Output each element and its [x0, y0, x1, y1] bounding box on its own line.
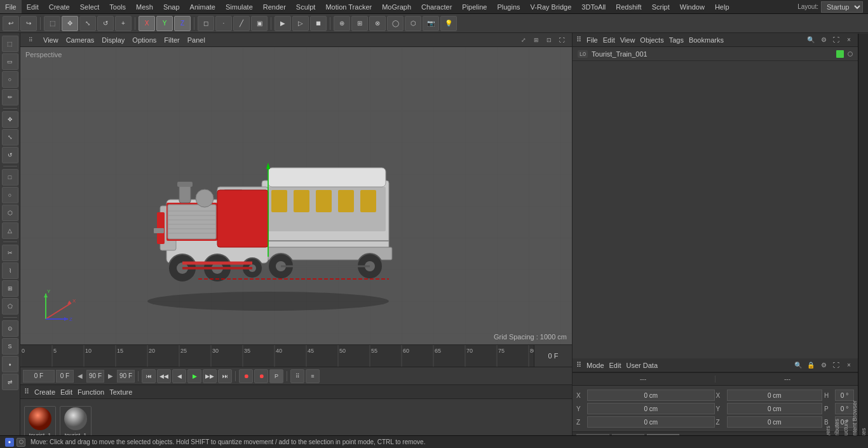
menu-create[interactable]: Create	[44, 0, 75, 13]
move-tool-button[interactable]: ✥	[62, 16, 78, 31]
menu-animate[interactable]: Animate	[185, 0, 220, 13]
attr-x2-input[interactable]	[727, 390, 823, 401]
vtab-layers[interactable]: Layers	[824, 33, 832, 448]
deform-button[interactable]: ⊗	[369, 16, 386, 31]
playback-min-input[interactable]	[56, 370, 74, 383]
playback-record[interactable]: ⏺	[254, 369, 268, 383]
axis-y-button[interactable]: Y	[156, 16, 173, 31]
menu-motion-tracker[interactable]: Motion Tracker	[320, 0, 377, 13]
sidebar-cylinder-icon[interactable]: ⬡	[2, 205, 18, 221]
menu-edit[interactable]: Edit	[22, 0, 44, 13]
sidebar-bridge-icon[interactable]: ⌇	[2, 262, 18, 279]
attr-lock-icon[interactable]: 🔒	[806, 360, 816, 370]
playback-record-auto[interactable]: ⏺	[239, 369, 253, 383]
menu-redshift[interactable]: Redshift	[611, 0, 646, 13]
playback-play-back[interactable]: ◀	[172, 369, 186, 383]
obj-search-icon[interactable]: 🔍	[806, 35, 816, 45]
vtab-structure[interactable]: Structure	[841, 33, 850, 448]
playback-goto-start[interactable]: ⏮	[142, 369, 156, 383]
obj-menu-objects[interactable]: Objects	[640, 36, 663, 44]
sidebar-live-selection[interactable]: ⬚	[2, 36, 18, 52]
edge-mode-button[interactable]: ╱	[233, 16, 250, 31]
sidebar-cube-icon[interactable]: □	[2, 169, 18, 186]
sidebar-weld-icon[interactable]: S	[2, 338, 18, 355]
mat-menu-edit[interactable]: Edit	[60, 388, 72, 396]
point-mode-button[interactable]: ·	[215, 16, 232, 31]
model-mode-button[interactable]: ◻	[198, 16, 214, 31]
undo-button[interactable]: ↩	[3, 16, 19, 31]
playback-start-input[interactable]	[23, 370, 55, 383]
sidebar-move-icon[interactable]: ✥	[2, 111, 18, 128]
menu-3dtoall[interactable]: 3DToAll	[576, 0, 611, 13]
menu-window[interactable]: Window	[675, 0, 710, 13]
status-frame-icon[interactable]: ⬡	[17, 438, 25, 447]
status-mode-icon[interactable]: ●	[5, 438, 14, 447]
mat-menu-function[interactable]: Function	[78, 388, 104, 396]
obj-menu-file[interactable]: File	[587, 36, 598, 44]
viewport-icon-2[interactable]: ⊞	[531, 35, 541, 45]
attr-z2-input[interactable]	[727, 416, 823, 428]
mat-menu-texture[interactable]: Texture	[109, 388, 132, 396]
menu-character[interactable]: Character	[416, 0, 457, 13]
playback-play[interactable]: ▶	[187, 369, 201, 383]
viewport-canvas[interactable]: Perspective	[20, 47, 572, 344]
axis-x-button[interactable]: X	[139, 16, 155, 31]
viewport-menu-panel[interactable]: Panel	[187, 36, 205, 44]
select-tool-button[interactable]: ⬚	[44, 16, 60, 31]
object-tool-button[interactable]: ⊕	[334, 16, 350, 31]
menu-select[interactable]: Select	[75, 0, 105, 13]
menu-tools[interactable]: Tools	[104, 0, 131, 13]
playback-max-input[interactable]	[86, 370, 104, 383]
viewport-icon-1[interactable]: ⤢	[519, 35, 529, 45]
playback-dots[interactable]: ⠿	[290, 369, 304, 383]
sidebar-sphere-icon[interactable]: ○	[2, 187, 18, 203]
menu-vray[interactable]: V-Ray Bridge	[526, 0, 577, 13]
menu-plugins[interactable]: Plugins	[492, 0, 525, 13]
attr-menu-userdata[interactable]: User Data	[627, 362, 658, 369]
attr-y2-input[interactable]	[727, 403, 823, 414]
attr-z1-input[interactable]	[587, 416, 715, 428]
attr-x1-input[interactable]	[587, 390, 715, 401]
transform-tool-button[interactable]: +	[115, 16, 132, 31]
attr-search-icon[interactable]: 🔍	[793, 360, 803, 370]
obj-menu-view[interactable]: View	[620, 36, 635, 44]
menu-script[interactable]: Script	[647, 0, 675, 13]
obj-menu-bookmarks[interactable]: Bookmarks	[689, 36, 724, 44]
sidebar-cone-icon[interactable]: △	[2, 222, 18, 239]
viewport-icon-3[interactable]: ⊡	[544, 35, 554, 45]
primitive-button[interactable]: ⬡	[405, 16, 421, 31]
sidebar-rect-selection[interactable]: ▭	[2, 53, 18, 70]
viewport-menu-view[interactable]: View	[43, 36, 58, 44]
menu-sculpt[interactable]: Sculpt	[291, 0, 321, 13]
menu-mesh[interactable]: Mesh	[131, 0, 158, 13]
current-frame-input[interactable]	[538, 352, 569, 360]
light-button[interactable]: 💡	[440, 16, 457, 31]
sidebar-texture-icon[interactable]: ⬧	[2, 356, 18, 372]
sidebar-knife-icon[interactable]: ✂	[2, 245, 18, 261]
scene-tool-button[interactable]: ⊞	[351, 16, 368, 31]
menu-file[interactable]: File	[0, 0, 22, 13]
sidebar-free-selection[interactable]: ✏	[2, 89, 18, 105]
playback-fps-input[interactable]	[117, 370, 135, 383]
spline-button[interactable]: ◯	[387, 16, 403, 31]
sidebar-scale-icon[interactable]: ⤡	[2, 129, 18, 146]
menu-simulate[interactable]: Simulate	[220, 0, 258, 13]
attr-menu-mode[interactable]: Mode	[587, 362, 604, 369]
menu-render[interactable]: Render	[258, 0, 291, 13]
vtab-takes[interactable]: Takes	[859, 33, 868, 448]
sidebar-circle-selection[interactable]: ○	[2, 71, 18, 88]
viewport-menu-display[interactable]: Display	[102, 36, 125, 44]
redo-button[interactable]: ↪	[20, 16, 37, 31]
layout-select[interactable]: Startup	[821, 1, 863, 13]
menu-help[interactable]: Help	[710, 0, 735, 13]
menu-snap[interactable]: Snap	[158, 0, 185, 13]
sidebar-rotate-icon[interactable]: ↺	[2, 147, 18, 163]
render-button[interactable]: ▶	[275, 16, 291, 31]
mat-menu-create[interactable]: Create	[34, 388, 55, 396]
attr-y1-input[interactable]	[587, 403, 715, 414]
sidebar-extrude-icon[interactable]: ⊞	[2, 280, 18, 297]
obj-menu-edit[interactable]: Edit	[603, 36, 615, 44]
poly-mode-button[interactable]: ▣	[251, 16, 268, 31]
vtab-content-browser[interactable]: Content Browser	[850, 33, 859, 448]
attr-menu-edit[interactable]: Edit	[609, 362, 621, 369]
